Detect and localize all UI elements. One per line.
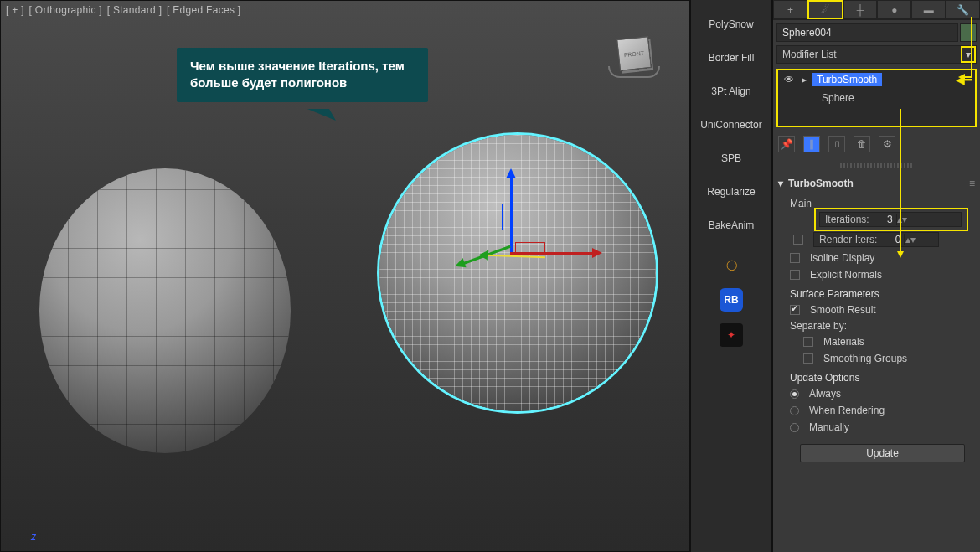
expand-icon[interactable]: ▸ [802, 74, 807, 85]
pin-stack-button[interactable]: 📌 [778, 136, 795, 152]
tool-misc-icon[interactable]: ✦ [720, 323, 743, 347]
viewcube[interactable]: FRONT [604, 26, 664, 81]
command-panel-tabs: + ☄ ┼ ● ▬ 🔧 [773, 0, 980, 20]
make-unique-button[interactable]: ⎍ [828, 136, 845, 152]
update-manual-radio[interactable] [790, 423, 799, 432]
rollout-header[interactable]: ▾ TurboSmooth ≡ [778, 173, 975, 194]
motion-icon: ● [891, 4, 897, 16]
update-manual-label: Manually [809, 421, 849, 433]
explicit-normals-label: Explicit Normals [810, 269, 882, 281]
script-polysnow[interactable]: PolySnow [709, 18, 753, 30]
script-3ptalign[interactable]: 3Pt Align [711, 85, 750, 97]
iterations-value[interactable]: 3 [874, 214, 896, 225]
sphere-lowpoly[interactable] [39, 168, 291, 453]
vp-label-menu[interactable]: [ + ] [6, 4, 24, 16]
tooltip-callout: Чем выше значение Iterations, тем больше… [177, 48, 428, 102]
modifier-list-label: Modifier List [782, 49, 837, 60]
vp-label-shading[interactable]: [ Standard ] [107, 4, 162, 16]
render-iters-checkbox[interactable] [793, 235, 803, 245]
modifier-stack[interactable]: 👁 ▸ TurboSmooth ◀━ Sphere [776, 69, 977, 127]
viewport[interactable]: [ + ] [ Orthographic ] [ Standard ] [ Ed… [0, 0, 690, 552]
stack-item-turbosmooth[interactable]: 👁 ▸ TurboSmooth ◀━ [778, 70, 975, 89]
configure-sets-button[interactable]: ⚙ [879, 136, 895, 152]
materials-label: Materials [823, 336, 864, 348]
vp-label-projection[interactable]: [ Orthographic ] [28, 4, 102, 16]
script-bakeanim[interactable]: BakeAnim [709, 219, 755, 231]
explicit-normals-checkbox[interactable] [790, 270, 800, 280]
modifier-list-arrow[interactable]: ▾ [961, 46, 976, 63]
stack-toolbar: 📌 ∥ ⎍ 🗑 ⚙ [773, 127, 980, 161]
rollout-title: TurboSmooth [788, 178, 854, 189]
rollout-turbosmooth: ▾ TurboSmooth ≡ Main Iterations: 3 ▴▾ Re [773, 169, 980, 469]
isoline-checkbox[interactable] [790, 253, 800, 263]
object-name-input[interactable] [776, 23, 958, 42]
update-button[interactable]: Update [800, 444, 965, 462]
script-borderfill[interactable]: Border Fill [709, 52, 755, 64]
update-render-radio[interactable] [790, 406, 799, 415]
separate-by-label: Separate by: [790, 318, 975, 333]
stack-empty-row [778, 107, 975, 126]
viewport-labels[interactable]: [ + ] [ Orthographic ] [ Standard ] [ Ed… [6, 4, 242, 16]
tab-hierarchy[interactable]: ┼ [843, 0, 878, 19]
modifier-list-dropdown[interactable]: Modifier List ▾ [776, 45, 977, 64]
show-end-result-button[interactable]: ∥ [803, 136, 820, 152]
isoline-label: Isoline Display [810, 252, 874, 264]
spinner-buttons-icon[interactable]: ▴▾ [904, 234, 916, 245]
stack-item-label: TurboSmooth [812, 73, 882, 86]
materials-checkbox[interactable] [803, 337, 813, 347]
render-iters-label: Render Iters: [814, 234, 882, 245]
chevron-down-icon: ▾ [966, 49, 971, 60]
iterations-row: Iterations: 3 ▴▾ [816, 209, 967, 230]
smooth-result-checkbox[interactable] [790, 305, 800, 315]
annotation-arrow-icon: ◀━ [956, 73, 972, 86]
update-always-radio[interactable] [790, 389, 799, 399]
rollout-twisty-icon[interactable]: ▾ [778, 178, 783, 189]
world-axis-label: z [31, 531, 36, 543]
tool-rb-icon[interactable]: RB [720, 288, 743, 312]
object-color-swatch[interactable] [960, 23, 977, 42]
script-uniconnector[interactable]: UniConnector [700, 119, 761, 131]
panel-drag-handle[interactable] [840, 163, 913, 168]
update-options-label: Update Options [790, 367, 975, 385]
scripts-toolbar: PolySnow Border Fill 3Pt Align UniConnec… [690, 0, 772, 552]
tab-utilities[interactable]: 🔧 [946, 0, 980, 19]
remove-modifier-button[interactable]: 🗑 [854, 136, 870, 152]
update-render-label: When Rendering [809, 405, 885, 416]
visibility-toggle-icon[interactable]: 👁 [781, 74, 797, 85]
render-iters-spinner[interactable]: Render Iters: 0 ▴▾ [813, 232, 939, 247]
plus-icon: + [787, 4, 793, 16]
iterations-spinner[interactable]: Iterations: 3 ▴▾ [819, 212, 962, 227]
tab-display[interactable]: ▬ [911, 0, 946, 19]
utilities-icon: 🔧 [957, 4, 969, 16]
vp-label-edged[interactable]: [ Edged Faces ] [167, 4, 241, 16]
tool-ring-icon[interactable]: ◯ [720, 253, 743, 276]
surface-params-label: Surface Parameters [790, 283, 975, 302]
hierarchy-icon: ┼ [857, 4, 864, 16]
command-panel: + ☄ ┼ ● ▬ 🔧 Modifier List ▾ 👁 ▸ TurboSmo… [772, 0, 980, 552]
script-spb[interactable]: SPB [721, 152, 741, 164]
group-main-label: Main [790, 198, 975, 209]
tab-modify[interactable]: ☄ [807, 0, 843, 19]
update-always-label: Always [809, 388, 841, 400]
smoothing-groups-label: Smoothing Groups [823, 353, 907, 364]
stack-item-sphere[interactable]: Sphere [778, 89, 975, 107]
smooth-result-label: Smooth Result [810, 304, 876, 316]
iterations-label: Iterations: [820, 214, 874, 225]
render-iters-value[interactable]: 0 [882, 234, 904, 245]
tab-create[interactable]: + [773, 0, 807, 19]
rollout-menu-icon[interactable]: ≡ [969, 178, 975, 189]
script-regularize[interactable]: Regularize [707, 186, 755, 198]
modify-icon: ☄ [821, 4, 830, 16]
spinner-buttons-icon[interactable]: ▴▾ [896, 214, 908, 225]
viewcube-ring[interactable] [608, 66, 660, 78]
stack-item-label: Sphere [822, 92, 854, 104]
sphere-turbosmooth[interactable] [379, 135, 656, 411]
display-icon: ▬ [924, 4, 934, 16]
tab-motion[interactable]: ● [877, 0, 911, 19]
smoothing-groups-checkbox[interactable] [803, 353, 813, 364]
